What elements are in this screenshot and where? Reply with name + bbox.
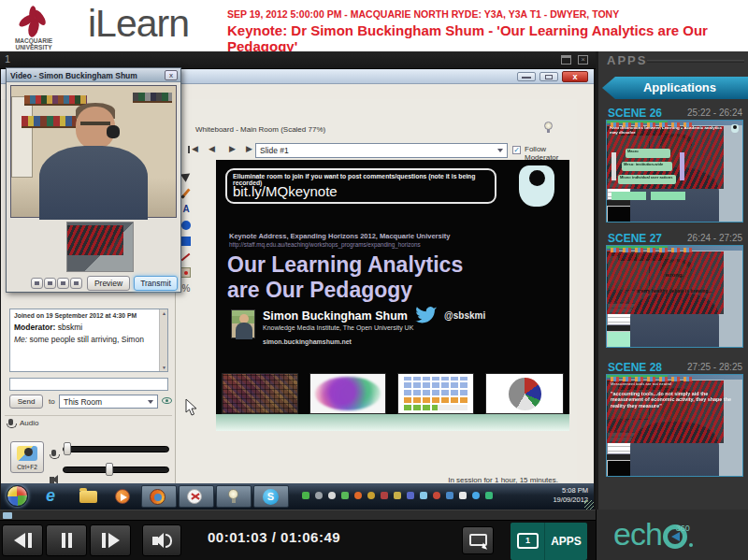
pointer-tool-icon[interactable] <box>180 171 193 184</box>
close-icon[interactable]: x <box>165 70 178 80</box>
pause-button[interactable] <box>46 524 87 556</box>
seek-handle[interactable] <box>3 512 12 519</box>
mic-volume-slider[interactable] <box>63 446 169 452</box>
screen-count-button[interactable]: 1 <box>517 533 539 549</box>
minimize-button[interactable] <box>517 72 536 81</box>
thumb-audience <box>607 420 629 432</box>
firefox-taskbar-slot[interactable] <box>141 485 177 508</box>
send-button[interactable]: Send <box>9 395 43 409</box>
slide-canvas[interactable]: Elluminate room to join if you want to p… <box>216 160 569 431</box>
laser-pointer-icon[interactable] <box>180 251 193 264</box>
snipping-taskbar-slot[interactable] <box>179 485 214 508</box>
close-button[interactable]: x <box>562 71 588 82</box>
explorer-folder-icon[interactable] <box>79 491 97 503</box>
speaker-volume-slider[interactable] <box>63 467 169 473</box>
speaker-slider-thumb[interactable] <box>106 463 113 476</box>
volume-button[interactable] <box>142 524 181 556</box>
video-option-icon[interactable] <box>44 278 56 289</box>
preview-button[interactable]: Preview <box>87 276 130 291</box>
previous-slide-button[interactable]: ◀ <box>209 144 215 153</box>
tray-icon[interactable] <box>315 492 323 499</box>
apps-button[interactable]: APPS <box>545 523 587 560</box>
close-icon[interactable]: × <box>578 55 588 65</box>
tray-icon[interactable] <box>420 492 427 499</box>
tray-icon[interactable] <box>407 492 414 499</box>
slide-title-line2: are Our Pedagogy <box>227 278 412 303</box>
visibility-icon[interactable] <box>162 397 172 404</box>
next-slide-button[interactable]: ▶ <box>229 144 236 153</box>
scene-28-time: 27:25 - 28:25 <box>687 362 742 372</box>
scroll-up-icon[interactable]: ▲ <box>160 309 168 317</box>
talk-button[interactable]: Ctrl+F2 <box>10 441 44 473</box>
transmit-button[interactable]: Transmit <box>134 276 178 291</box>
video-window-titlebar[interactable]: Video - Simon Buckingham Shum x <box>7 68 180 82</box>
skype-icon[interactable]: S <box>263 489 279 505</box>
tray-icon[interactable] <box>354 492 362 499</box>
media-player-icon[interactable] <box>115 489 130 504</box>
chevron-down-icon[interactable] <box>70 278 82 289</box>
elluminate-icon[interactable] <box>228 489 238 499</box>
scene-26-thumbnail[interactable]: Hard distinctions between Learning + Aca… <box>606 120 743 223</box>
first-slide-icon[interactable] <box>188 146 190 153</box>
tray-icon[interactable] <box>433 492 440 499</box>
last-slide-button[interactable]: ▶ <box>246 144 252 153</box>
internet-explorer-icon[interactable]: e <box>46 486 55 506</box>
scene-27-thumbnail[interactable]: wrong. a very healthy debate is brewing.… <box>606 245 743 348</box>
apps-panel-title: APPS <box>607 53 647 67</box>
tray-icon[interactable] <box>472 492 480 499</box>
text-tool-icon[interactable]: A <box>180 203 193 216</box>
stamp-tool-icon[interactable] <box>180 266 193 280</box>
firefox-icon[interactable] <box>150 489 165 505</box>
scroll-down-icon[interactable]: ▼ <box>160 364 168 371</box>
time-display: 00:01:03 / 01:06:49 <box>208 529 340 545</box>
chat-scrollbar[interactable]: ▲▼ <box>159 309 167 371</box>
chat-history[interactable]: Joined on 19 September 2012 at 4:30 PM M… <box>9 309 168 372</box>
chat-moderator-label: Moderator: <box>14 323 55 332</box>
video-window[interactable]: Video - Simon Buckingham Shum x Preview … <box>6 67 181 293</box>
first-slide-button[interactable]: ◀ <box>192 144 198 153</box>
taskbar-clock[interactable]: 5:08 PM 19/09/2012 <box>534 486 588 505</box>
lightbulb-icon[interactable] <box>544 122 553 130</box>
tray-icon[interactable] <box>328 492 336 499</box>
seek-bar[interactable] <box>0 510 596 521</box>
pencil-tool-icon[interactable] <box>180 187 193 200</box>
maximize-icon[interactable] <box>561 55 571 65</box>
video-option-icon[interactable] <box>31 278 43 289</box>
chat-me-text: some people still arriving, Simon <box>30 335 144 344</box>
echo-period <box>689 543 693 547</box>
rectangle-tool-icon[interactable] <box>180 235 193 248</box>
tray-icon[interactable] <box>381 492 388 499</box>
step-back-button[interactable] <box>2 524 43 556</box>
tray-icon[interactable] <box>485 492 493 499</box>
audio-section-label: Audio <box>20 419 38 427</box>
tray-icon[interactable] <box>302 492 309 499</box>
open-university-logo-icon <box>519 165 554 207</box>
tray-icon[interactable] <box>341 492 349 499</box>
room-select[interactable]: This Room <box>59 395 158 409</box>
elluminate-taskbar-slot[interactable] <box>216 485 252 508</box>
slide-select[interactable]: Slide #1 <box>255 143 508 158</box>
restore-button[interactable] <box>539 72 558 81</box>
camera-icon[interactable] <box>57 278 69 289</box>
brand-zone: ech 360 <box>596 510 748 560</box>
video-window-title: Video - Simon Buckingham Shum <box>10 71 137 80</box>
tray-icon[interactable] <box>394 492 401 499</box>
chat-message-input[interactable] <box>9 378 168 391</box>
slide-title-line1: Our Learning Analytics <box>227 252 463 278</box>
step-forward-button[interactable] <box>90 524 131 556</box>
tray-icon[interactable] <box>459 492 467 499</box>
mic-slider-thumb[interactable] <box>64 442 71 455</box>
snipping-tool-icon[interactable] <box>187 489 202 504</box>
scene-28-thumbnail[interactable]: Measurement tools are not neutral "accou… <box>606 374 743 477</box>
ellipse-tool-icon[interactable] <box>180 219 193 232</box>
start-button[interactable] <box>7 485 28 507</box>
tray-icon[interactable] <box>446 492 453 499</box>
applications-banner[interactable]: Applications <box>602 77 748 99</box>
follow-moderator-checkbox[interactable]: ✓ <box>512 146 521 154</box>
ilearn-logo: iLearn <box>88 0 189 50</box>
chat-me-line: Me: some people still arriving, Simon <box>14 335 144 344</box>
screen-layout-button[interactable] <box>462 526 494 554</box>
zoom-tool-icon[interactable]: % <box>180 282 193 295</box>
tray-icon[interactable] <box>367 492 375 499</box>
skype-taskbar-slot[interactable]: S <box>253 485 289 508</box>
